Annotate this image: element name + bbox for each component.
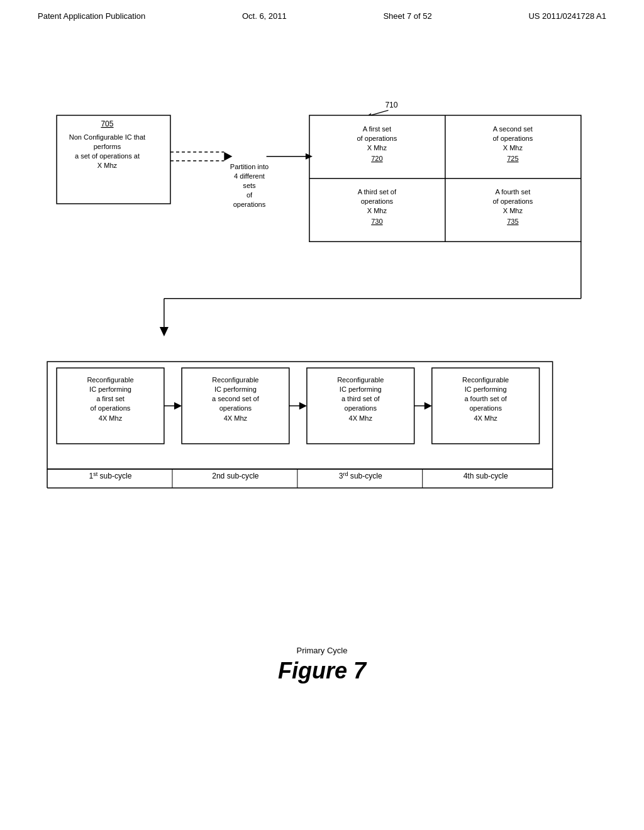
svg-text:705: 705 — [101, 119, 113, 128]
svg-text:X Mhz: X Mhz — [97, 162, 118, 169]
svg-text:X Mhz: X Mhz — [503, 144, 523, 152]
svg-text:of operations: of operations — [492, 135, 533, 142]
svg-text:operations: operations — [361, 197, 394, 205]
svg-text:A second set: A second set — [493, 125, 533, 133]
figure-caption: Primary Cycle — [0, 646, 644, 655]
svg-text:performs: performs — [94, 143, 121, 150]
svg-marker-49 — [174, 402, 182, 409]
svg-text:X Mhz: X Mhz — [367, 144, 387, 152]
svg-text:a set of operations at: a set of operations at — [75, 152, 140, 160]
page-header: Patent Application Publication Oct. 6, 2… — [0, 0, 644, 27]
svg-text:sets: sets — [243, 182, 256, 189]
svg-text:X Mhz: X Mhz — [367, 207, 387, 214]
svg-text:operations: operations — [233, 201, 266, 208]
svg-text:4th sub-cycle: 4th sub-cycle — [464, 472, 508, 480]
svg-text:A fourth set: A fourth set — [495, 188, 530, 196]
svg-text:735: 735 — [507, 218, 518, 225]
svg-text:730: 730 — [371, 218, 382, 225]
svg-text:of: of — [247, 191, 253, 199]
header-date: Oct. 6, 2011 — [242, 11, 287, 21]
svg-text:Reconfigurable: Reconfigurable — [87, 376, 133, 384]
figure-number: Figure 7 — [0, 658, 644, 684]
svg-text:4X Mhz: 4X Mhz — [474, 414, 497, 422]
svg-text:a second set of: a second set of — [212, 395, 260, 402]
svg-text:725: 725 — [507, 155, 518, 162]
svg-text:of operations: of operations — [492, 197, 533, 205]
svg-text:Reconfigurable: Reconfigurable — [337, 376, 384, 384]
svg-text:Reconfigurable: Reconfigurable — [212, 376, 258, 384]
diagram-container: 705 Non Configurable IC that performs a … — [0, 46, 644, 639]
svg-text:a third set of: a third set of — [341, 395, 380, 402]
svg-marker-8 — [224, 152, 232, 161]
svg-text:IC performing: IC performing — [214, 385, 257, 393]
svg-text:of operations: of operations — [91, 404, 131, 412]
svg-text:Partition into: Partition into — [230, 163, 269, 170]
svg-text:IC performing: IC performing — [465, 385, 507, 393]
svg-text:4X Mhz: 4X Mhz — [224, 414, 248, 422]
svg-text:4 different: 4 different — [234, 172, 265, 180]
svg-text:2nd sub-cycle: 2nd sub-cycle — [212, 472, 259, 480]
svg-text:operations: operations — [469, 404, 502, 412]
svg-text:of operations: of operations — [357, 135, 397, 142]
svg-text:A third set of: A third set of — [358, 188, 397, 196]
svg-text:IC performing: IC performing — [340, 385, 382, 393]
svg-text:operations: operations — [219, 404, 252, 412]
svg-text:A first set: A first set — [363, 125, 391, 133]
header-patent: US 2011/0241728 A1 — [528, 11, 606, 21]
svg-marker-41 — [160, 327, 169, 336]
svg-text:operations: operations — [345, 404, 377, 412]
svg-text:Non Configurable IC that: Non Configurable IC that — [69, 133, 145, 141]
svg-text:X Mhz: X Mhz — [503, 207, 523, 214]
svg-text:1st sub-cycle: 1st sub-cycle — [89, 471, 132, 480]
svg-text:3rd sub-cycle: 3rd sub-cycle — [339, 471, 382, 480]
svg-text:720: 720 — [371, 155, 382, 162]
svg-text:a first set: a first set — [96, 395, 125, 402]
svg-text:710: 710 — [385, 101, 397, 109]
header-sheet: Sheet 7 of 52 — [383, 11, 431, 21]
svg-marker-57 — [299, 402, 307, 409]
svg-text:Reconfigurable: Reconfigurable — [462, 376, 509, 384]
header-publication: Patent Application Publication — [38, 11, 145, 21]
svg-text:IC performing: IC performing — [89, 385, 131, 393]
svg-text:4X Mhz: 4X Mhz — [99, 414, 123, 422]
svg-text:4X Mhz: 4X Mhz — [349, 414, 373, 422]
svg-text:a fourth set of: a fourth set of — [464, 395, 507, 402]
figure-7-diagram: 705 Non Configurable IC that performs a … — [38, 58, 606, 627]
svg-marker-65 — [425, 402, 432, 409]
